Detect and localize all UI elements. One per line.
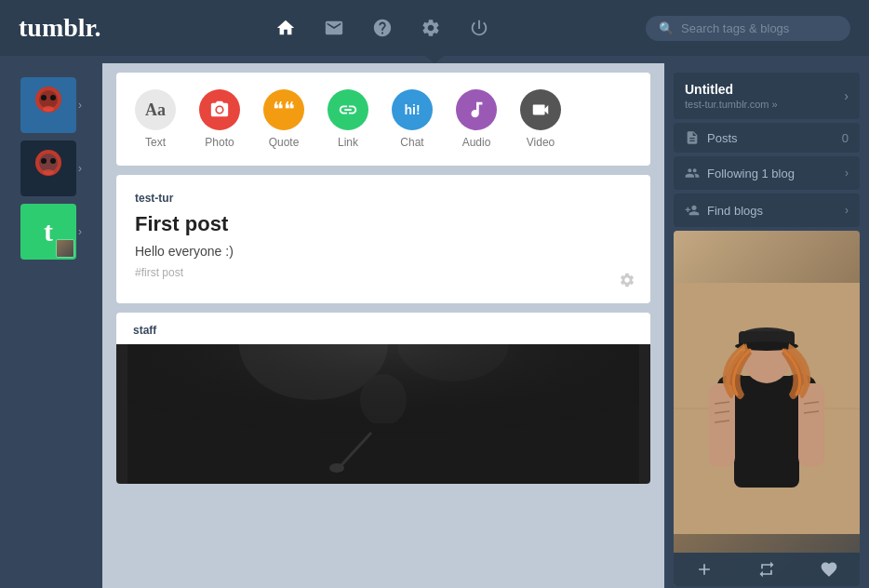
mail-nav-icon[interactable] bbox=[319, 13, 349, 43]
sidebar-blog-info: Untitled test-tur.tumblr.com » bbox=[685, 82, 778, 110]
sidebar-posts-label: Posts bbox=[685, 130, 738, 145]
avatar-expand-arrow-3: › bbox=[78, 225, 82, 238]
sidebar-blog-card[interactable]: Untitled test-tur.tumblr.com » › bbox=[674, 73, 860, 119]
logo: tumblr. bbox=[19, 13, 100, 43]
power-nav-icon[interactable] bbox=[464, 13, 494, 43]
svg-point-3 bbox=[41, 95, 47, 100]
reblog-add-button[interactable] bbox=[695, 560, 714, 579]
text-post-label: Text bbox=[145, 136, 166, 149]
chat-post-icon: hi! bbox=[392, 89, 433, 130]
search-icon: 🔍 bbox=[659, 21, 674, 35]
text-post-icon: Aa bbox=[135, 89, 176, 130]
search-bar[interactable]: 🔍 bbox=[646, 16, 850, 41]
reblog-button[interactable] bbox=[757, 560, 776, 579]
svg-rect-21 bbox=[127, 344, 639, 484]
like-button[interactable] bbox=[820, 560, 838, 579]
avatar-expand-arrow-1: › bbox=[78, 99, 82, 112]
photo-post-icon bbox=[199, 89, 240, 130]
photo-post-label: Photo bbox=[205, 136, 234, 149]
video-post-icon bbox=[520, 89, 561, 130]
find-blogs-row[interactable]: Find blogs › bbox=[674, 194, 860, 227]
find-person-icon bbox=[685, 203, 700, 218]
sidebar-blog-name: Untitled bbox=[685, 82, 778, 97]
main-avatar[interactable] bbox=[20, 77, 76, 133]
t-letter: t bbox=[44, 216, 53, 247]
quote-post-button[interactable]: ❝❝ Quote bbox=[263, 89, 304, 149]
post-author: test-tur bbox=[135, 192, 632, 205]
quote-post-icon: ❝❝ bbox=[263, 89, 304, 130]
header: tumblr. 🔍 bbox=[0, 0, 869, 56]
search-input[interactable] bbox=[681, 21, 837, 35]
right-sidebar: Untitled test-tur.tumblr.com » › Posts 0… bbox=[664, 63, 869, 588]
feed: Aa Text Photo ❝❝ Quote Link bbox=[102, 63, 664, 588]
t-avatar[interactable]: t bbox=[20, 204, 76, 260]
sidebar-blog-arrow-icon: › bbox=[844, 88, 849, 103]
main-layout: › › t › bbox=[0, 63, 869, 588]
second-avatar[interactable] bbox=[20, 140, 76, 196]
svg-point-4 bbox=[50, 95, 56, 100]
sidebar-action-bar bbox=[674, 553, 860, 586]
chat-post-button[interactable]: hi! Chat bbox=[392, 89, 433, 149]
sidebar-blog-url: test-tur.tumblr.com » bbox=[685, 99, 778, 110]
avatar-row-1: › bbox=[0, 77, 102, 133]
audio-post-label: Audio bbox=[462, 136, 491, 149]
link-post-label: Link bbox=[338, 136, 358, 149]
left-sidebar: › › t › bbox=[0, 63, 102, 588]
following-blogs-arrow-icon: › bbox=[845, 167, 849, 180]
post-body: Hello everyone :) bbox=[135, 244, 632, 259]
svg-point-9 bbox=[41, 158, 47, 164]
following-person-icon bbox=[685, 166, 700, 180]
video-post-label: Video bbox=[527, 136, 555, 149]
create-post-card: Aa Text Photo ❝❝ Quote Link bbox=[116, 73, 650, 166]
avatar-row-3: t › bbox=[0, 204, 102, 260]
post-settings-icon[interactable] bbox=[619, 272, 635, 292]
sidebar-posts-count: 0 bbox=[842, 131, 849, 145]
sidebar-posts-row: Posts 0 bbox=[674, 123, 860, 153]
link-post-icon bbox=[328, 89, 368, 130]
avatar-row-2: › bbox=[0, 140, 102, 196]
avatar-expand-arrow-2: › bbox=[78, 162, 82, 175]
svg-point-12 bbox=[217, 107, 222, 113]
following-blogs-row[interactable]: Following 1 blog › bbox=[674, 156, 860, 190]
first-post-card: test-tur First post Hello everyone :) #f… bbox=[116, 175, 650, 303]
link-post-button[interactable]: Link bbox=[328, 89, 368, 149]
audio-post-button[interactable]: Audio bbox=[456, 89, 497, 149]
document-icon bbox=[685, 130, 700, 145]
chat-post-label: Chat bbox=[400, 136, 423, 149]
staff-post-author: staff bbox=[116, 313, 650, 344]
nav-icons bbox=[138, 13, 627, 43]
staff-post-card: staff bbox=[116, 313, 650, 484]
audio-post-icon bbox=[456, 89, 497, 130]
sidebar-image-inner bbox=[674, 231, 860, 586]
post-title: First post bbox=[135, 212, 632, 236]
staff-post-image bbox=[116, 344, 650, 484]
home-nav-icon[interactable] bbox=[271, 13, 301, 43]
find-blogs-arrow-icon: › bbox=[845, 204, 849, 217]
svg-point-11 bbox=[43, 169, 54, 175]
find-blogs-label: Find blogs bbox=[685, 203, 763, 218]
help-nav-icon[interactable] bbox=[368, 13, 397, 43]
photo-post-button[interactable]: Photo bbox=[199, 89, 240, 149]
text-post-button[interactable]: Aa Text bbox=[135, 89, 176, 149]
following-blogs-label: Following 1 blog bbox=[685, 166, 795, 180]
video-post-button[interactable]: Video bbox=[520, 89, 561, 149]
post-tags: #first post bbox=[135, 266, 632, 279]
svg-point-5 bbox=[43, 106, 54, 112]
svg-point-10 bbox=[50, 158, 56, 164]
settings-nav-icon[interactable] bbox=[416, 13, 446, 43]
quote-post-label: Quote bbox=[269, 136, 300, 149]
sidebar-image-card bbox=[674, 231, 860, 586]
